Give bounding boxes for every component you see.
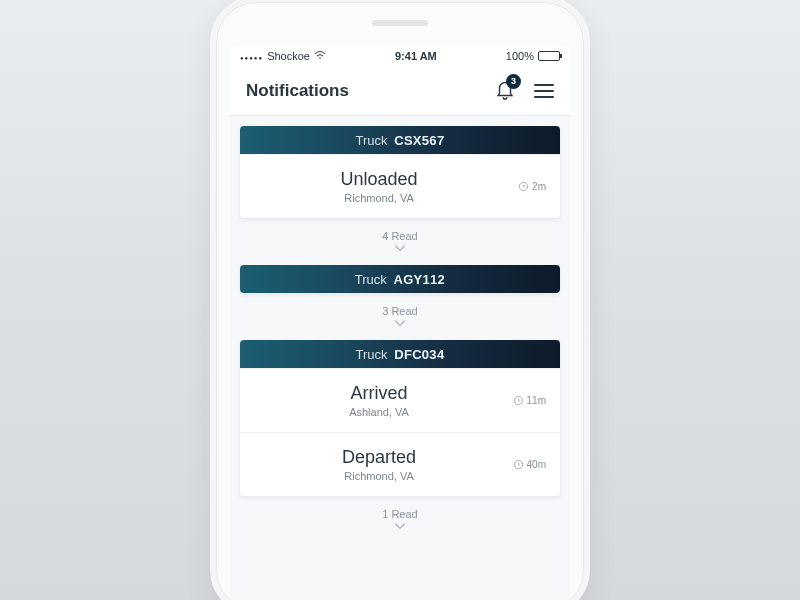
wifi-icon — [314, 50, 326, 62]
status-label: Departed — [254, 447, 504, 468]
status-label: Arrived — [254, 383, 504, 404]
signal-dots-icon — [240, 50, 263, 62]
truck-card-header[interactable]: Truck DFC034 — [240, 340, 560, 368]
phone-frame: Shockoe 9:41 AM 100% Notifications 3 — [210, 0, 590, 600]
truck-card: Truck AGY112 — [240, 265, 560, 293]
truck-code: AGY112 — [393, 272, 445, 287]
truck-card-header[interactable]: Truck CSX567 — [240, 126, 560, 154]
menu-button[interactable] — [534, 84, 554, 98]
status-label: Unloaded — [254, 169, 504, 190]
truck-card-header[interactable]: Truck AGY112 — [240, 265, 560, 293]
read-expand[interactable]: 1 Read — [240, 504, 560, 543]
read-count: 3 Read — [240, 305, 560, 317]
location-label: Richmond, VA — [254, 192, 504, 204]
nav-bar: Notifications 3 — [230, 66, 570, 116]
phone-screen: Shockoe 9:41 AM 100% Notifications 3 — [230, 46, 570, 600]
timestamp: 11m — [504, 395, 546, 406]
notifications-button[interactable]: 3 — [494, 78, 516, 104]
phone-speaker — [372, 20, 428, 26]
battery-label: 100% — [506, 50, 534, 62]
truck-code: DFC034 — [394, 347, 444, 362]
truck-card: Truck DFC034 Arrived Ashland, VA 11m D — [240, 340, 560, 496]
truck-prefix: Truck — [355, 272, 387, 287]
clock: 9:41 AM — [395, 50, 437, 62]
truck-prefix: Truck — [356, 133, 388, 148]
chevron-down-icon — [240, 521, 560, 533]
truck-prefix: Truck — [356, 347, 388, 362]
notification-badge: 3 — [506, 74, 521, 89]
status-bar: Shockoe 9:41 AM 100% — [230, 46, 570, 66]
location-label: Ashland, VA — [254, 406, 504, 418]
read-count: 1 Read — [240, 508, 560, 520]
notification-row[interactable]: Departed Richmond, VA 40m — [240, 432, 560, 496]
battery-icon — [538, 51, 560, 61]
read-expand[interactable]: 3 Read — [240, 301, 560, 340]
clock-icon — [513, 395, 524, 406]
clock-icon — [513, 459, 524, 470]
read-expand[interactable]: 4 Read — [240, 226, 560, 265]
location-label: Richmond, VA — [254, 470, 504, 482]
chevron-down-icon — [240, 243, 560, 255]
chevron-down-icon — [240, 318, 560, 330]
clock-icon — [518, 181, 529, 192]
notifications-list[interactable]: Truck CSX567 Unloaded Richmond, VA 2m 4 … — [230, 116, 570, 600]
notification-row[interactable]: Unloaded Richmond, VA 2m — [240, 154, 560, 218]
carrier-label: Shockoe — [267, 50, 310, 62]
timestamp: 2m — [504, 181, 546, 192]
timestamp: 40m — [504, 459, 546, 470]
page-title: Notifications — [246, 81, 349, 101]
notification-row[interactable]: Arrived Ashland, VA 11m — [240, 368, 560, 432]
read-count: 4 Read — [240, 230, 560, 242]
truck-code: CSX567 — [394, 133, 444, 148]
svg-point-0 — [319, 57, 321, 59]
truck-card: Truck CSX567 Unloaded Richmond, VA 2m — [240, 126, 560, 218]
